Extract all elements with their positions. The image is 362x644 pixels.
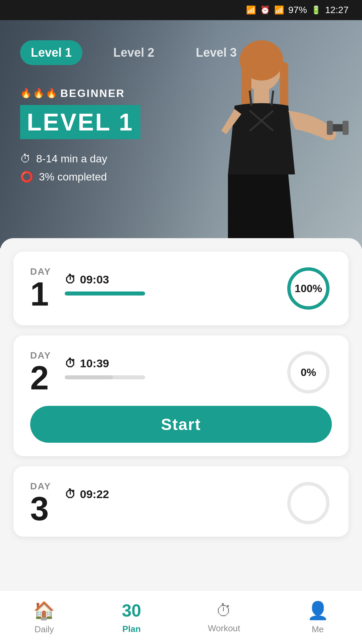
- day-3-timer-icon: ⏱: [65, 488, 76, 501]
- status-icons: 📶 ⏰ 📶 97% 🔋 12:27: [246, 5, 349, 15]
- plan-number: 30: [122, 600, 141, 621]
- day-3-info: DAY 3 ⏱ 09:22: [30, 481, 109, 525]
- day-2-timer-icon: ⏱: [65, 357, 76, 370]
- day-3-duration: ⏱ 09:22: [65, 488, 109, 501]
- day-1-info: DAY 1 ⏱ 09:03: [30, 266, 145, 311]
- wifi-icon: 📶: [274, 5, 284, 15]
- start-button[interactable]: Start: [30, 406, 332, 443]
- hero-stats: ⏱ 8-14 min a day ⭕ 3% completed: [20, 153, 140, 183]
- day-1-timer-icon: ⏱: [65, 273, 76, 286]
- day-3-card[interactable]: DAY 3 ⏱ 09:22: [13, 466, 349, 537]
- timer-icon: ⏱: [20, 153, 31, 165]
- day-3-number: 3: [30, 492, 51, 525]
- level-title-badge: LEVEL 1: [20, 105, 140, 139]
- flame-3: 🔥: [46, 88, 56, 100]
- nav-workout[interactable]: ⏱ Workout: [194, 596, 253, 639]
- level-title-text: LEVEL 1: [27, 109, 134, 136]
- day-2-time: 10:39: [80, 357, 109, 370]
- clock: 12:27: [325, 5, 349, 15]
- day-1-duration: ⏱ 09:03: [65, 273, 145, 286]
- day-2-progress-bar: [65, 375, 145, 379]
- day-1-card[interactable]: DAY 1 ⏱ 09:03: [13, 252, 349, 325]
- flame-1: 🔥: [20, 88, 31, 100]
- svg-line-9: [272, 91, 273, 106]
- flame-icons: 🔥 🔥 🔥: [20, 88, 56, 100]
- completed-stat: ⭕ 3% completed: [20, 170, 140, 183]
- nav-plan-label: Plan: [122, 624, 141, 634]
- day-1-details: ⏱ 09:03: [65, 266, 145, 296]
- day-1-number: 1: [30, 277, 51, 311]
- nav-daily[interactable]: 🏠 Daily: [20, 595, 68, 640]
- person-icon: 👤: [307, 600, 329, 621]
- circle-icon: ⭕: [20, 170, 34, 183]
- day-2-label-group: DAY 2: [30, 350, 51, 394]
- svg-rect-6: [327, 121, 333, 135]
- hero-section: Level 1 Level 2 Level 3 🔥 🔥 🔥 BEGINNER L…: [0, 20, 362, 248]
- day-1-circle: 100%: [285, 265, 332, 312]
- day-1-label-group: DAY 1: [30, 266, 51, 311]
- day-2-info: DAY 2 ⏱ 10:39: [30, 350, 145, 394]
- hero-image: [174, 34, 349, 248]
- sim-icon: 📶: [246, 5, 256, 15]
- bottom-nav: 🏠 Daily 30 Plan ⏱ Workout 👤 Me: [0, 590, 362, 644]
- difficulty-text: BEGINNER: [60, 87, 125, 100]
- main-content: DAY 1 ⏱ 09:03: [0, 238, 362, 614]
- home-icon: 🏠: [33, 600, 55, 621]
- level-tab-3[interactable]: Level 3: [185, 40, 247, 65]
- nav-daily-label: Daily: [35, 624, 54, 635]
- day-2-duration: ⏱ 10:39: [65, 357, 145, 370]
- nav-plan[interactable]: 30 Plan: [108, 595, 155, 640]
- battery-icon: 🔋: [311, 5, 321, 15]
- difficulty-label: 🔥 🔥 🔥 BEGINNER: [20, 87, 140, 100]
- nav-me[interactable]: 👤 Me: [294, 595, 342, 640]
- day-1-time: 09:03: [80, 273, 109, 286]
- day-2-progress-fill: [65, 375, 113, 379]
- nav-me-label: Me: [312, 624, 324, 635]
- battery-percent: 97%: [288, 5, 307, 15]
- day-1-progress-fill: [65, 291, 145, 296]
- svg-rect-7: [343, 121, 349, 135]
- status-bar: 📶 ⏰ 📶 97% 🔋 12:27: [0, 0, 362, 20]
- completed-text: 3% completed: [39, 171, 107, 183]
- day-2-percent: 0%: [301, 366, 316, 379]
- level-tabs: Level 1 Level 2 Level 3: [20, 40, 247, 65]
- svg-point-15: [289, 484, 328, 523]
- level-tab-1[interactable]: Level 1: [20, 40, 82, 65]
- day-1-percent: 100%: [295, 282, 322, 295]
- day-2-number: 2: [30, 361, 51, 394]
- day-2-details: ⏱ 10:39: [65, 350, 145, 379]
- day-1-header: DAY 1 ⏱ 09:03: [30, 265, 332, 312]
- day-3-label-group: DAY 3: [30, 481, 51, 525]
- level-tab-2[interactable]: Level 2: [103, 40, 165, 65]
- day-2-card[interactable]: DAY 2 ⏱ 10:39 0%: [13, 335, 349, 456]
- alarm-icon: ⏰: [260, 5, 270, 15]
- nav-workout-label: Workout: [208, 623, 240, 634]
- stopwatch-icon: ⏱: [216, 601, 232, 620]
- day-1-progress-bar: [65, 291, 145, 296]
- day-3-details: ⏱ 09:22: [65, 481, 109, 501]
- flame-2: 🔥: [33, 88, 44, 100]
- day-3-header: DAY 3 ⏱ 09:22: [30, 480, 332, 527]
- duration-text: 8-14 min a day: [36, 153, 107, 165]
- day-2-circle: 0%: [285, 349, 332, 396]
- day-3-circle: [285, 480, 332, 527]
- day-2-header: DAY 2 ⏱ 10:39 0%: [30, 349, 332, 396]
- hero-content: 🔥 🔥 🔥 BEGINNER LEVEL 1 ⏱ 8-14 min a day …: [20, 87, 140, 183]
- duration-stat: ⏱ 8-14 min a day: [20, 153, 140, 165]
- day-3-time: 09:22: [80, 488, 109, 501]
